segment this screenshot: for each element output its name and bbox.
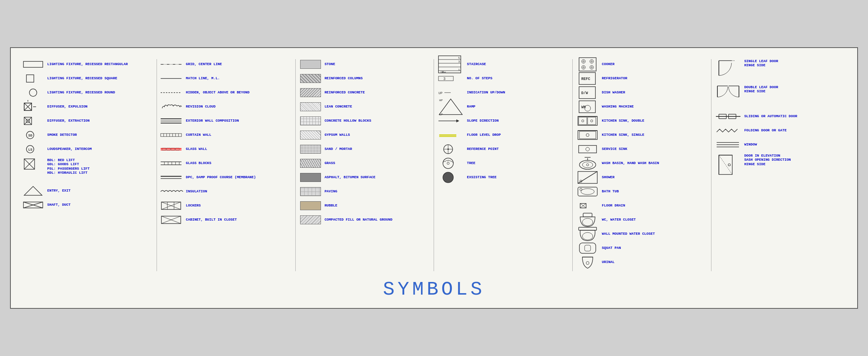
curtain-wall-row: CURTAIN WALL xyxy=(161,130,292,140)
svg-point-122 xyxy=(586,147,589,151)
urinal-icon xyxy=(576,257,599,267)
rc-row: REINFORCED CONCRETE xyxy=(299,87,430,98)
svg-point-167 xyxy=(728,164,730,166)
svg-point-144 xyxy=(586,262,589,264)
grass-icon xyxy=(299,158,322,169)
single-door-icon xyxy=(715,59,741,81)
svg-point-91 xyxy=(447,148,449,150)
ref-point-icon xyxy=(438,144,464,154)
shower-icon xyxy=(576,172,599,183)
lighting-round-icon xyxy=(22,87,44,98)
svg-point-98 xyxy=(590,60,594,63)
ksink-single-icon xyxy=(576,130,599,140)
svg-text:3: 3 xyxy=(443,77,446,81)
rc-col-row: REINFORCED COLUMNS xyxy=(299,73,430,84)
svg-text:5: 5 xyxy=(458,56,460,60)
wall-wc-icon xyxy=(576,229,599,239)
cabinet-icon xyxy=(161,215,183,225)
loudspeaker-icon: LS xyxy=(22,144,44,154)
match-line-icon xyxy=(161,73,183,84)
lighting-sq-icon xyxy=(22,73,44,84)
hidden-line-label: HIDDEN, OBJECT ABOVE OR BEYOND xyxy=(186,90,250,94)
shower-label: SHOWER xyxy=(602,175,614,179)
rc-icon xyxy=(299,87,322,98)
ksink-double-row: KITCHEN SINK, DOUBLE xyxy=(576,116,707,126)
wash-basin-icon xyxy=(576,158,599,169)
sand-icon xyxy=(299,144,322,154)
floor-drain-icon xyxy=(576,201,599,211)
ext-wall-label: EXTERIOR WALL COMPOSITION xyxy=(186,119,239,123)
single-door-label-2: HINGE SIDE xyxy=(744,63,778,67)
shaft-label: SHAFT, DUCT xyxy=(47,203,71,207)
rubble-label: RUBBLE xyxy=(325,203,337,208)
ind-updown-row: UP INDICATION UP/DOWN xyxy=(438,87,569,98)
rubble-icon xyxy=(299,201,322,211)
sand-row: SAND / MORTAR xyxy=(299,144,430,154)
no-steps-icon: 3 xyxy=(438,73,464,84)
double-door-label-1: DOUBLE LEAF DOOR xyxy=(744,85,778,89)
double-door-label-2: HINGE SIDE xyxy=(744,89,778,93)
svg-rect-141 xyxy=(579,243,596,253)
svg-point-114 xyxy=(582,120,584,122)
chb-icon xyxy=(299,116,322,126)
grid-line-icon xyxy=(161,59,183,70)
smoke-det-icon: SD xyxy=(22,130,44,140)
wc-icon xyxy=(576,215,599,225)
rubble-row: RUBBLE xyxy=(299,201,430,211)
sand-label: SAND / MORTAR xyxy=(325,147,352,151)
col-4: 5 3 1 UP STAIRCASE 3 xyxy=(434,59,573,271)
col-1: LIGHTING FIXTURE, RECESSED RECTANGULAR L… xyxy=(18,59,157,271)
door-elev-label-1: DOOR IN ELEVATION xyxy=(744,154,791,158)
glass-blocks-icon xyxy=(161,158,183,169)
entry-icon xyxy=(22,186,44,196)
svg-rect-77 xyxy=(438,76,453,81)
bath-tub-icon xyxy=(576,186,599,197)
match-line-row: MATCH LINE, M.L. xyxy=(161,73,292,84)
glass-wall-label: GLASS WALL xyxy=(186,147,207,151)
svg-point-92 xyxy=(443,158,453,169)
door-elev-label-2: SASH OPENING DIRECTION xyxy=(744,158,791,162)
sliding-door-row: SLIDING OR AUTOMATIC DOOR xyxy=(715,111,846,122)
single-door-row: SINGLE LEAF DOOR HINGE SIDE xyxy=(715,59,846,81)
svg-point-100 xyxy=(582,65,585,69)
svg-rect-112 xyxy=(579,117,587,125)
svg-point-2 xyxy=(29,89,37,96)
hidden-line-icon xyxy=(161,87,183,98)
compacted-label: COMPACTED FILL OR NATURAL GROUND xyxy=(325,218,392,222)
dishwasher-icon: D/W xyxy=(576,87,599,98)
window-icon xyxy=(715,139,741,150)
double-door-row: DOUBLE LEAF DOOR HINGE SIDE xyxy=(715,85,846,108)
svg-rect-139 xyxy=(579,227,597,230)
cooker-label: COOKER xyxy=(602,62,614,66)
rc-col-label: REINFORCED COLUMNS xyxy=(325,76,363,80)
floor-level-row: FLOOR LEVEL DROP xyxy=(438,130,569,140)
fridge-label: REFRIGERATOR xyxy=(602,76,627,80)
col-6: SINGLE LEAF DOOR HINGE SIDE D xyxy=(711,59,850,271)
dpc-label: DPC, DAMP PROOF COURSE (MEMBRANE) xyxy=(186,175,256,179)
bdl-label: BDL: Bed lift xyxy=(47,158,90,162)
curtain-wall-icon xyxy=(161,130,183,140)
asphalt-label: ASPHALT, BITUMEN SURFACE xyxy=(325,175,376,179)
col-3: STONE REINFORCED COLUMNS REINFORCED CONC… xyxy=(296,59,434,271)
service-sink-label: SERVICE SINK xyxy=(602,147,627,151)
paving-label: PAVING xyxy=(325,189,337,193)
folding-door-label: FOLDING DOOR OR GATE xyxy=(744,128,787,132)
svg-point-140 xyxy=(582,232,593,240)
rc-label: REINFORCED CONCRETE xyxy=(325,90,365,94)
tree-row: TREE xyxy=(438,158,569,169)
svg-point-96 xyxy=(582,60,585,63)
dishwasher-row: D/W DISH WASHER xyxy=(576,87,707,98)
staircase-icon: 5 3 1 UP xyxy=(438,59,464,70)
floor-level-icon xyxy=(438,130,464,140)
floor-drain-label: FLOOR DRAIN xyxy=(602,203,625,208)
lean-row: LEAN CONCRETE xyxy=(299,102,430,112)
diffuser-ext-label: DIFFUSER, EXTRACTION xyxy=(47,119,90,123)
wall-wc-label: WALL MOUNTED WATER CLOSET xyxy=(602,232,655,236)
ksink-single-row: KITCHEN SINK, SINGLE xyxy=(576,130,707,140)
lighting-round-label: LIGHTING FIXTURE, RECESSED ROUND xyxy=(47,90,115,94)
lockers-row: LOCKERS xyxy=(161,201,292,211)
gypsum-row: GYPSUM WALLS xyxy=(299,130,430,140)
tree-icon xyxy=(438,158,464,169)
dpc-row: DPC, DAMP PROOF COURSE (MEMBRANE) xyxy=(161,172,292,183)
ex-tree-label: EXSISTING TREE xyxy=(467,175,496,179)
